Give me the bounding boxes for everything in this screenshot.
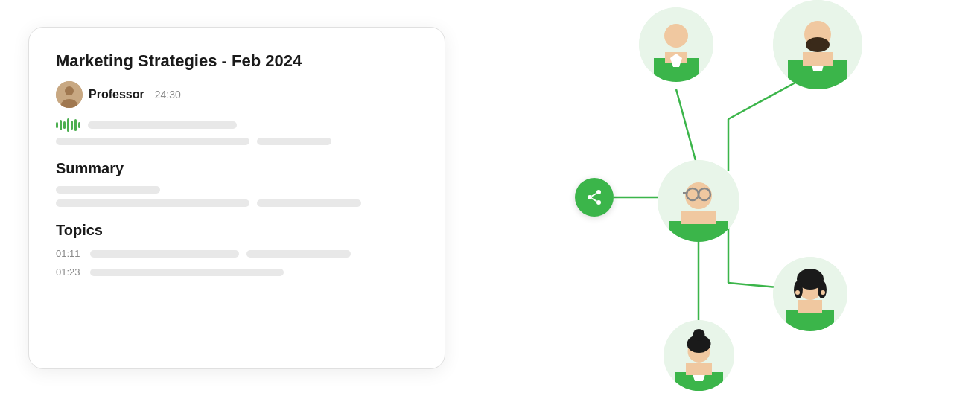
svg-rect-29	[681, 211, 716, 224]
svg-point-44	[821, 290, 825, 295]
svg-point-43	[795, 290, 800, 295]
person-avatar-4	[773, 257, 847, 331]
summary-skeleton-2	[56, 199, 418, 207]
audio-row[interactable]	[56, 118, 418, 132]
svg-point-1	[65, 86, 74, 95]
topic-time-1: 01:11	[56, 248, 83, 259]
topic-skeleton-1b	[246, 250, 351, 258]
professor-row: Professor 24:30	[56, 81, 418, 108]
svg-line-13	[592, 199, 597, 202]
svg-rect-23	[803, 52, 833, 66]
content-card: Marketing Strategies - Feb 2024 Professo…	[28, 27, 445, 369]
svg-line-4	[676, 89, 699, 171]
professor-name: Professor	[89, 88, 144, 101]
skeleton-bar	[56, 138, 249, 145]
svg-point-26	[810, 38, 825, 45]
skeleton-bar	[257, 138, 331, 145]
person-avatar-2	[773, 0, 862, 89]
svg-line-14	[592, 194, 597, 197]
topic-row-1: 01:11	[56, 248, 418, 259]
summary-heading: Summary	[56, 160, 418, 177]
svg-point-42	[818, 281, 827, 298]
skeleton-bar	[56, 199, 249, 207]
page-container: Marketing Strategies - Feb 2024 Professo…	[0, 0, 980, 396]
audio-bar	[88, 121, 237, 129]
skeleton-bar	[56, 186, 160, 194]
waveform-icon	[56, 118, 80, 132]
skeleton-row-1	[56, 138, 418, 145]
svg-point-11	[588, 195, 592, 199]
person-avatar-1	[639, 7, 713, 82]
person-avatar-5	[664, 320, 734, 391]
svg-point-16	[664, 24, 688, 48]
card-title: Marketing Strategies - Feb 2024	[56, 51, 418, 71]
topic-skeleton-1a	[90, 250, 239, 258]
svg-rect-38	[798, 300, 822, 313]
svg-point-51	[693, 329, 705, 341]
network-diagram	[445, 0, 952, 396]
svg-point-41	[794, 281, 803, 298]
topic-row-2: 01:23	[56, 266, 418, 278]
topics-heading: Topics	[56, 222, 418, 239]
summary-skeleton-1	[56, 186, 418, 194]
topic-time-2: 01:23	[56, 266, 83, 278]
svg-point-10	[596, 190, 601, 194]
duration: 24:30	[155, 89, 181, 100]
svg-point-12	[596, 200, 601, 205]
avatar	[56, 81, 83, 108]
svg-rect-48	[686, 363, 712, 375]
topic-skeleton-2a	[90, 269, 284, 276]
skeleton-bar	[257, 199, 361, 207]
person-avatar-center	[658, 160, 739, 242]
share-button[interactable]	[575, 178, 614, 217]
